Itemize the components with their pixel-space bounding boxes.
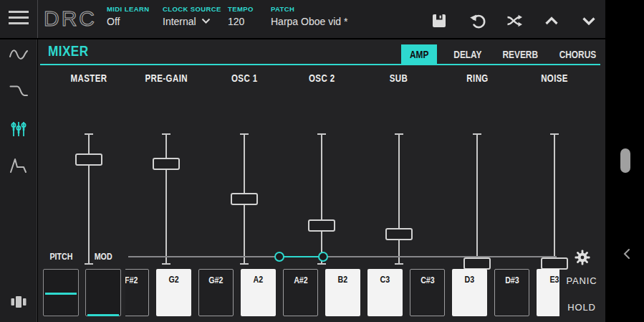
slider-label: RING bbox=[437, 72, 517, 84]
envelope-icon sidebar-item-envelope[interactable] bbox=[8, 154, 29, 176]
slider-label: OSC 2 bbox=[282, 72, 362, 84]
slider-label: SUB bbox=[359, 72, 439, 84]
pitch-wheel-label: PITCH bbox=[43, 251, 79, 262]
key-Ds3[interactable]: D#3 bbox=[494, 269, 529, 316]
view-carousel-icon sidebar-item-panels[interactable] bbox=[8, 291, 29, 313]
tempo-field[interactable]: TEMPO 120 bbox=[228, 5, 254, 27]
slider-handle[interactable] bbox=[308, 219, 335, 232]
key-Gs2[interactable]: G#2 bbox=[198, 269, 234, 316]
right-edge-panel bbox=[605, 0, 644, 322]
midi-learn-value: Off bbox=[107, 16, 149, 27]
slider-ring: RING bbox=[437, 72, 517, 237]
slider-master: MASTER bbox=[49, 72, 129, 237]
key-Fs2[interactable]: F#2 bbox=[125, 269, 149, 316]
chevron-down-icon[interactable] bbox=[201, 18, 211, 24]
key-C3[interactable]: C3 bbox=[367, 269, 403, 316]
slider-sub: SUB bbox=[359, 72, 439, 237]
slider-pre-gain: PRE-GAIN bbox=[126, 72, 206, 237]
track-rail bbox=[398, 133, 400, 265]
divider bbox=[37, 0, 38, 38]
top-bar: DRC MIDI LEARN Off CLOCK SOURCE Internal… bbox=[0, 0, 605, 38]
filter-curve-icon sidebar-item-filter[interactable] bbox=[8, 80, 29, 101]
slider-label: PRE-GAIN bbox=[126, 72, 206, 84]
key-E3[interactable]: E3 bbox=[537, 269, 559, 316]
slider-track[interactable] bbox=[540, 133, 569, 265]
chevron-left-icon collapse-panel-button[interactable] bbox=[622, 248, 632, 260]
key-A2[interactable]: A2 bbox=[241, 269, 276, 316]
key-G2[interactable]: G2 bbox=[156, 269, 191, 316]
slider-handle[interactable] bbox=[153, 158, 180, 170]
slider-label: NOISE bbox=[514, 72, 595, 84]
fx-tabs: AMP DELAY REVERB CHORUS bbox=[401, 44, 600, 65]
save-icon[interactable] bbox=[431, 12, 448, 29]
tab-reverb[interactable]: REVERB bbox=[499, 44, 542, 65]
clock-source-label: CLOCK SOURCE bbox=[163, 5, 221, 13]
ribbon-strip[interactable] bbox=[128, 252, 557, 262]
ribbon-rail bbox=[128, 256, 557, 257]
slider-label: OSC 1 bbox=[204, 72, 284, 84]
ribbon-handle-right[interactable] bbox=[318, 252, 328, 262]
track-bottom-cap bbox=[317, 263, 326, 265]
app-logo: DRC bbox=[44, 6, 97, 31]
slider-track[interactable] bbox=[463, 133, 491, 265]
patch-label: PATCH bbox=[271, 5, 347, 13]
track-bottom-cap bbox=[85, 263, 93, 265]
slider-track[interactable] bbox=[307, 133, 336, 265]
slider-track[interactable] bbox=[152, 133, 181, 265]
slider-osc-1: OSC 1 bbox=[204, 72, 284, 237]
gear-icon keyboard-settings-button[interactable] bbox=[574, 249, 591, 266]
slider-track[interactable] bbox=[230, 133, 259, 265]
patch-down-icon[interactable] bbox=[580, 12, 597, 29]
patch-field[interactable]: PATCH Harpa Oboe vid * bbox=[271, 5, 347, 27]
mod-wheel-indicator bbox=[87, 314, 119, 316]
sine-wave-icon sidebar-item-oscillator[interactable] bbox=[8, 44, 29, 66]
mod-wheel[interactable] bbox=[85, 269, 121, 316]
tab-chorus[interactable]: CHORUS bbox=[555, 44, 600, 65]
slider-track[interactable] bbox=[75, 133, 103, 265]
left-sidebar bbox=[0, 39, 37, 322]
piano-keyboard[interactable]: F#2G2G#2A2A#2B2C3C#3D3D#3E3 bbox=[125, 269, 559, 316]
undo-icon[interactable] bbox=[469, 12, 486, 29]
midi-learn-label: MIDI LEARN bbox=[107, 5, 149, 13]
mod-wheel-label: MOD bbox=[85, 251, 121, 262]
pitch-wheel-indicator bbox=[45, 293, 77, 295]
slider-track[interactable] bbox=[385, 133, 413, 265]
slider-label: MASTER bbox=[49, 72, 129, 84]
slider-handle[interactable] bbox=[75, 153, 102, 166]
track-bottom-cap bbox=[162, 263, 170, 265]
mixer-faders-icon sidebar-item-mixer[interactable] bbox=[8, 118, 29, 140]
tab-delay[interactable]: DELAY bbox=[451, 44, 485, 65]
key-Cs3[interactable]: C#3 bbox=[410, 269, 445, 316]
ribbon-handle-left[interactable] bbox=[274, 252, 284, 262]
track-rail bbox=[476, 133, 478, 265]
slider-handle[interactable] bbox=[231, 193, 258, 205]
hamburger-menu-icon[interactable] bbox=[7, 9, 32, 30]
hold-button[interactable]: HOLD bbox=[552, 302, 611, 313]
clock-source-field[interactable]: CLOCK SOURCE Internal bbox=[163, 5, 221, 27]
track-rail bbox=[165, 133, 167, 265]
track-rail bbox=[554, 133, 555, 265]
midi-learn-field[interactable]: MIDI LEARN Off bbox=[107, 5, 149, 27]
track-rail bbox=[321, 133, 322, 265]
key-As2[interactable]: A#2 bbox=[283, 269, 318, 316]
tempo-value: 120 bbox=[228, 16, 254, 27]
tab-amp[interactable]: AMP bbox=[401, 44, 437, 65]
slider-noise: NOISE bbox=[514, 72, 595, 237]
track-bottom-cap bbox=[240, 263, 249, 265]
patch-value: Harpa Oboe vid * bbox=[271, 16, 347, 27]
key-D3[interactable]: D3 bbox=[452, 269, 487, 316]
key-B2[interactable]: B2 bbox=[325, 269, 360, 316]
randomize-icon[interactable] bbox=[506, 12, 523, 29]
mixer-panel: MIXER AMP DELAY REVERB CHORUS MASTERPRE-… bbox=[38, 39, 605, 322]
track-bottom-cap bbox=[395, 263, 403, 265]
slider-handle[interactable] bbox=[385, 228, 413, 240]
patch-up-icon[interactable] bbox=[543, 12, 560, 29]
panic-button[interactable]: PANIC bbox=[552, 275, 611, 286]
ribbon-active-range bbox=[279, 256, 323, 257]
slider-osc-2: OSC 2 bbox=[282, 72, 362, 237]
pitch-wheel[interactable] bbox=[43, 269, 79, 316]
clock-source-value: Internal bbox=[163, 16, 221, 27]
tempo-label: TEMPO bbox=[228, 5, 254, 13]
scrollbar-handle[interactable] bbox=[620, 148, 630, 173]
page-title: MIXER bbox=[48, 42, 97, 60]
